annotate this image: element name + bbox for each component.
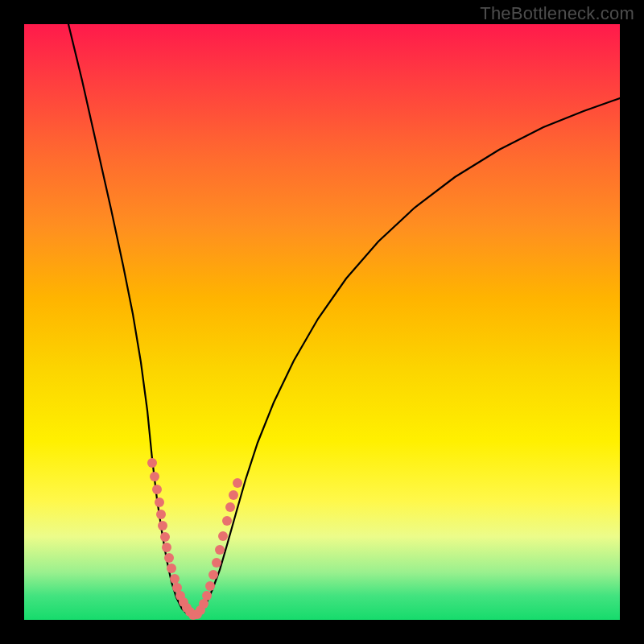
marker-dot [156,510,166,519]
marker-dot [218,531,228,541]
marker-dot [170,574,180,584]
left-curve [68,24,193,617]
marker-dot [212,558,221,568]
marker-dot [229,490,238,500]
marker-dot [222,516,232,526]
marker-dot [202,591,212,601]
marker-dot [158,521,167,530]
marker-dot [162,543,171,552]
right-curve [193,98,620,617]
marker-dot [205,581,215,591]
marker-dot [155,497,164,507]
marker-dot [164,553,174,563]
marker-dot [160,532,170,542]
watermark-text: TheBottleneck.com [480,3,634,24]
marker-dot [215,545,225,555]
marker-dot [152,485,162,494]
marker-dot [233,478,242,488]
curves-svg [24,24,620,620]
marker-dot [147,458,157,468]
marker-dot [225,502,235,512]
marker-dot [208,570,218,580]
chart-frame: TheBottleneck.com [0,0,644,644]
marker-dot [150,472,159,481]
marker-dot [167,564,176,573]
plot-area [24,24,620,620]
